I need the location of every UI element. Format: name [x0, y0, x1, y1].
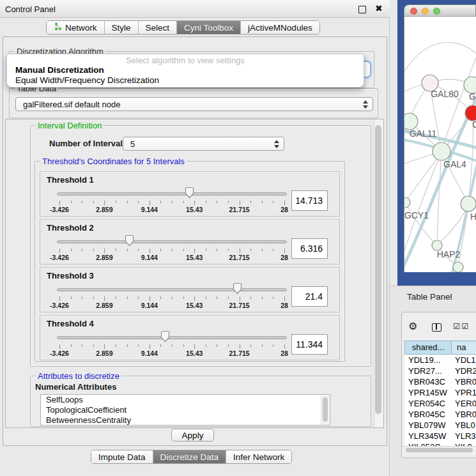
tab-style[interactable]: Style: [105, 21, 139, 34]
tab-select[interactable]: Select: [139, 21, 178, 34]
slider-tick: [273, 201, 273, 203]
slider-tick: [194, 344, 195, 349]
threshold-label: Threshold 3: [47, 271, 94, 280]
tab-jactivemnodules[interactable]: jActiveMNodules: [241, 21, 319, 34]
threshold-panel-2: Threshold 2-3.4262.8599.14415.4321.71528…: [40, 219, 340, 265]
slider-tick-label: 2.859: [86, 254, 122, 261]
threshold-value-field[interactable]: 6.316: [291, 238, 328, 259]
bottom-tab-discretize-data[interactable]: Discretize Data: [153, 450, 227, 463]
table-row[interactable]: YBR043CYBR0: [404, 376, 476, 387]
slider-tick-label: 21.715: [222, 302, 257, 309]
network-node-gcy1[interactable]: [404, 197, 410, 208]
threshold-slider-track[interactable]: [57, 288, 287, 291]
threshold-value-field[interactable]: 11.344: [291, 334, 328, 355]
network-edge[interactable]: [437, 151, 441, 245]
threshold-value-field[interactable]: 21.4: [291, 286, 328, 307]
select-columns-icon[interactable]: ☑☑: [453, 321, 470, 331]
bottom-tab-impute-data[interactable]: Impute Data: [91, 450, 153, 463]
tab-network[interactable]: Network: [47, 21, 105, 34]
numerical-attributes-list[interactable]: SelfLoopsTopologicalCoefficientBetweenne…: [40, 394, 330, 426]
threshold-slider-handle[interactable]: [125, 234, 134, 247]
table-column-header-name[interactable]: na: [451, 341, 476, 355]
mac-zoom-icon[interactable]: [433, 8, 440, 15]
slider-tick: [127, 344, 128, 347]
thresholds-group-label: Threshold's Coordinates for 5 Intervals: [40, 157, 187, 166]
slider-tick: [183, 201, 184, 203]
list-scrollbar-track[interactable]: [321, 395, 329, 425]
slider-tick: [59, 296, 60, 301]
threshold-slider-handle[interactable]: [160, 330, 170, 342]
bottom-tab-discretize-data-label: Discretize Data: [160, 452, 219, 462]
table-hscrollbar-thumb[interactable]: [406, 448, 473, 452]
slider-tick-label: 9.144: [132, 254, 167, 261]
table-row[interactable]: YBL079WYBL0: [404, 420, 476, 431]
slider-tick: [262, 296, 263, 299]
settings-scrollbar-thumb[interactable]: [375, 125, 381, 414]
network-node[interactable]: [453, 262, 463, 272]
threshold-label: Threshold 1: [47, 175, 94, 185]
slider-tick: [262, 201, 263, 203]
table-data-combobox[interactable]: galFiltered.sif default node: [15, 97, 373, 111]
slider-tick: [217, 201, 217, 203]
slider-tick: [104, 344, 105, 349]
table-row[interactable]: YDR27...YDR2: [404, 365, 476, 376]
slider-tick: [172, 201, 173, 203]
network-node-h[interactable]: [461, 196, 476, 211]
algorithm-option-equal-width-frequency-discretization[interactable]: Equal Width/Frequency Discretization: [15, 75, 159, 85]
tab-cyni-toolbox[interactable]: Cyni Toolbox: [177, 21, 241, 34]
threshold-value-field[interactable]: 14.713: [291, 190, 328, 211]
attribute-item-selfloops[interactable]: SelfLoops: [41, 395, 330, 405]
table-row[interactable]: YPR145WYPR1: [404, 387, 476, 398]
table-cell-name: YDR2: [455, 365, 476, 376]
algorithm-option-manual-discretization[interactable]: Manual Discretization: [15, 65, 104, 75]
slider-tick: [71, 344, 72, 347]
number-of-intervals-combobox[interactable]: 5: [123, 137, 284, 151]
attributes-group-label: Attributes to discretize: [36, 371, 121, 381]
network-node-label: GCY1: [404, 210, 429, 220]
slider-tick: [217, 344, 217, 347]
slider-tick: [250, 201, 251, 203]
threshold-slider-track[interactable]: [57, 240, 287, 243]
table-row[interactable]: YDL19...YDL1: [404, 355, 476, 365]
node-table-body[interactable]: YDL19...YDL1YDR27...YDR2YBR043CYBR0YPR14…: [404, 355, 476, 446]
network-view-canvas[interactable]: GAL80GACGAL11GAL4GCY1HHAP2: [404, 17, 476, 272]
slider-tick: [116, 201, 116, 203]
algorithm-dropdown-popup: Select algorithm to view settings Manual…: [6, 54, 364, 88]
attribute-item-betweennesscentrality[interactable]: BetweennessCentrality: [41, 415, 330, 426]
slider-tick: [82, 201, 82, 203]
mac-minimize-icon[interactable]: [422, 8, 429, 15]
bottom-tab-infer-network[interactable]: Infer Network: [226, 450, 291, 463]
apply-button[interactable]: Apply: [171, 429, 214, 441]
combobox-stepper-icon: [274, 140, 279, 148]
network-node-gal4[interactable]: [433, 142, 450, 160]
table-column-header-shared[interactable]: shared...: [404, 341, 452, 355]
attribute-item-topologicalcoefficient[interactable]: TopologicalCoefficient: [41, 405, 330, 415]
numerical-attributes-heading: Numerical Attributes: [35, 382, 116, 392]
table-row[interactable]: YIL052CYIL0: [404, 441, 476, 446]
network-node-label: H: [470, 211, 476, 222]
threshold-slider-track[interactable]: [57, 192, 287, 196]
slider-tick: [93, 249, 94, 251]
threshold-slider-track[interactable]: [57, 336, 287, 339]
slider-tick: [71, 296, 72, 299]
close-icon[interactable]: ✖: [375, 3, 383, 13]
network-window-titlebar[interactable]: [404, 4, 476, 17]
table-row[interactable]: YLR345WYLR3: [404, 431, 476, 441]
network-node-gal11[interactable]: [404, 113, 418, 130]
threshold-slider-handle[interactable]: [233, 282, 242, 295]
tab-style-label: Style: [112, 23, 131, 33]
mac-close-icon[interactable]: [410, 8, 417, 15]
table-cell-name: YPR1: [455, 387, 476, 398]
slider-tick: [228, 344, 229, 347]
threshold-slider-handle[interactable]: [185, 187, 194, 199]
slider-tick-label: 2.859: [86, 206, 122, 213]
network-node-label: GAL4: [443, 159, 466, 169]
table-row[interactable]: YER054CYER0: [404, 398, 476, 409]
table-settings-gear-icon[interactable]: ⚙: [408, 320, 417, 332]
column-layout-icon[interactable]: [432, 323, 441, 332]
network-edge[interactable]: [404, 42, 476, 78]
list-scrollbar-thumb[interactable]: [323, 397, 328, 422]
table-row[interactable]: YBR045CYBR0: [404, 409, 476, 420]
slider-tick: [160, 344, 161, 347]
float-window-icon[interactable]: [358, 6, 366, 13]
